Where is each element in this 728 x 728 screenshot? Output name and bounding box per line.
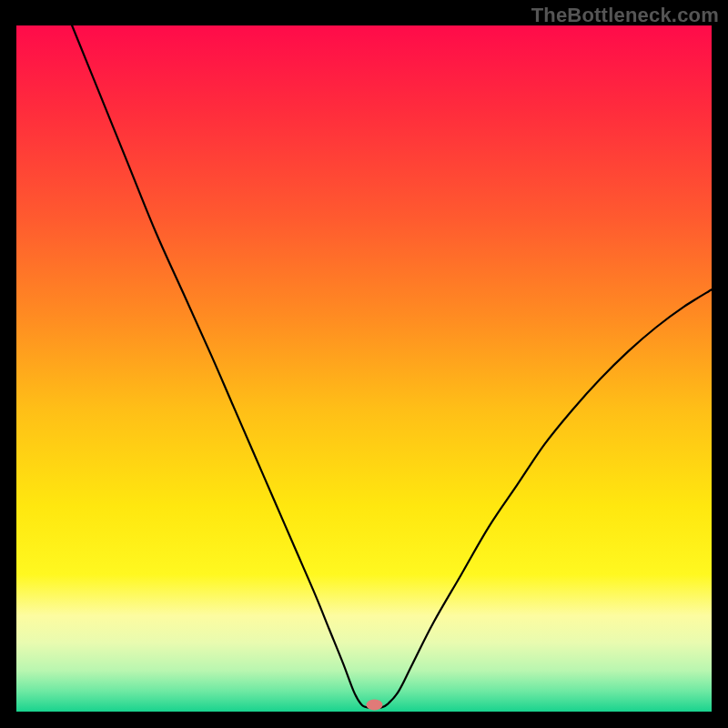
watermark-label: TheBottleneck.com: [531, 4, 719, 27]
optimal-marker: [366, 699, 382, 710]
chart-frame: TheBottleneck.com: [0, 0, 728, 728]
plot-area: [16, 25, 712, 712]
bottleneck-chart: [0, 0, 728, 728]
